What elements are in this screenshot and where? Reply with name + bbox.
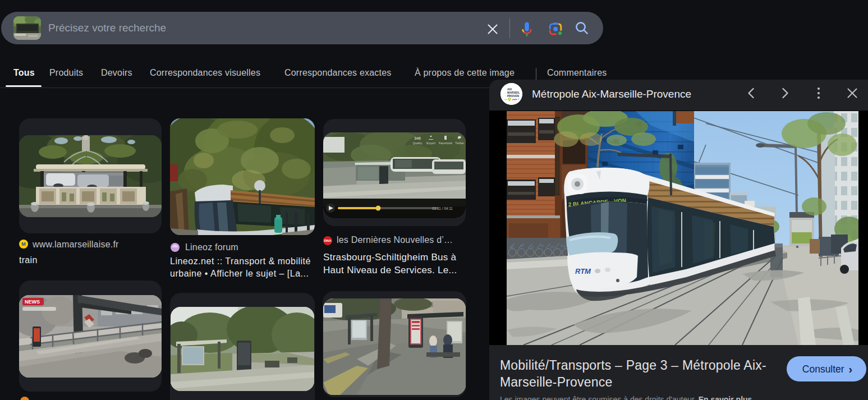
svg-text:RTM: RTM (575, 267, 591, 275)
svg-text:PROVEN: PROVEN (507, 94, 520, 98)
svg-text:03:11 / 04:11: 03:11 / 04:11 (432, 206, 453, 210)
svg-text:Twitter: Twitter (455, 141, 464, 145)
svg-text:Quality: Quality (412, 141, 422, 145)
svg-text::: : (505, 95, 506, 98)
svg-text:Facebook: Facebook (439, 141, 452, 145)
svg-text:Export: Export (426, 141, 435, 145)
svg-text:346: 346 (414, 136, 421, 140)
svg-text::: : (505, 88, 506, 91)
svg-text:NEWS: NEWS (25, 299, 40, 305)
svg-text::: : (505, 91, 506, 94)
